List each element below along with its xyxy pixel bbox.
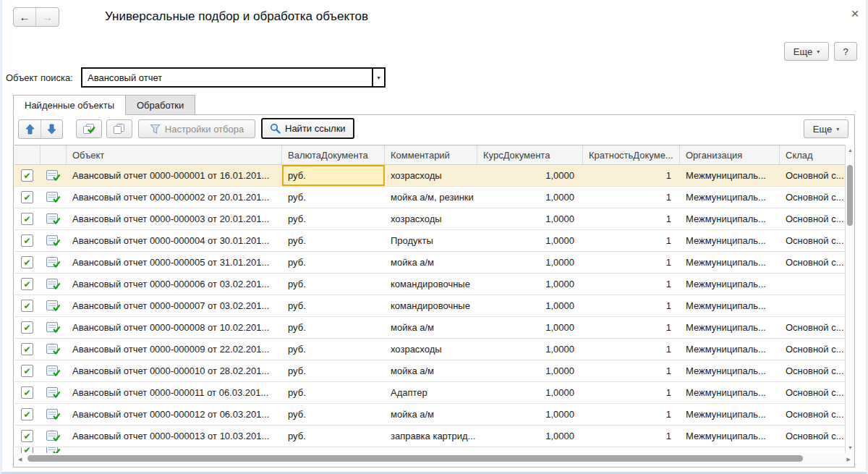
- combobox-dropdown-button[interactable]: ▾: [372, 69, 384, 86]
- table-row[interactable]: ✔Авансовый отчет 0000-000001 от 16.01.20…: [14, 165, 845, 187]
- cell-multiplicity[interactable]: 1: [583, 295, 680, 316]
- more-button-top[interactable]: Еще ▾: [784, 42, 829, 61]
- cell-object[interactable]: Авансовый отчет 0000-000010 от 28.02.201…: [67, 360, 282, 381]
- table-row[interactable]: ✔Авансовый отчет 0000-000004 от 30.01.20…: [14, 230, 845, 252]
- cell-warehouse[interactable]: Основной с...: [780, 404, 845, 425]
- row-checkbox[interactable]: ✔: [21, 191, 33, 203]
- vertical-scrollbar-thumb[interactable]: [847, 165, 853, 226]
- cell-warehouse[interactable]: Основной с...: [780, 252, 845, 273]
- cell-currency[interactable]: руб.: [282, 187, 385, 208]
- cell-warehouse[interactable]: Основной с...: [780, 382, 845, 403]
- table-row[interactable]: ✔Авансовый отчет 0000-000005 от 31.01.20…: [14, 252, 845, 274]
- scroll-right-icon[interactable]: ▶: [847, 457, 851, 462]
- cell-rate[interactable]: 1,0000: [477, 274, 583, 295]
- cell-multiplicity[interactable]: 1: [583, 339, 680, 360]
- cell-rate[interactable]: 1,0000: [477, 230, 583, 251]
- cell-warehouse[interactable]: [780, 274, 845, 295]
- cell-icon[interactable]: [41, 165, 67, 186]
- cell-icon[interactable]: [41, 274, 67, 295]
- cell-rate[interactable]: 1,0000: [477, 165, 583, 186]
- cell-object[interactable]: Авансовый отчет 0000-000002 от 20.01.201…: [67, 187, 282, 208]
- cell-comment[interactable]: мойка а/м: [385, 252, 477, 273]
- column-header-rate[interactable]: КурсДокумента: [477, 145, 583, 164]
- move-down-button[interactable]: [41, 120, 62, 138]
- cell-warehouse[interactable]: Основной с...: [780, 426, 845, 447]
- row-checkbox[interactable]: ✔: [21, 447, 33, 453]
- cell-organization[interactable]: Межмуниципаль...: [680, 317, 780, 338]
- cell-checkbox[interactable]: ✔: [14, 317, 41, 338]
- cell-organization[interactable]: Межмуниципаль...: [680, 252, 780, 273]
- cell-rate[interactable]: 1,0000: [477, 295, 583, 316]
- table-row[interactable]: ✔Авансовый отчет 0000-000007 от 03.02.20…: [14, 295, 845, 317]
- cell-comment[interactable]: командировочные: [385, 295, 477, 316]
- cell-checkbox[interactable]: ✔: [14, 382, 41, 403]
- row-checkbox[interactable]: ✔: [21, 169, 33, 182]
- cell-checkbox[interactable]: ✔: [14, 230, 41, 251]
- cell-checkbox[interactable]: ✔: [14, 295, 41, 316]
- row-checkbox[interactable]: ✔: [21, 321, 33, 334]
- cell-checkbox[interactable]: ✔: [14, 360, 41, 381]
- cell-comment[interactable]: [385, 447, 477, 453]
- cell-icon[interactable]: [41, 404, 67, 425]
- column-header-icon[interactable]: [41, 145, 67, 164]
- column-header-checkbox[interactable]: [14, 145, 41, 164]
- cell-currency[interactable]: руб.: [282, 426, 385, 447]
- cell-multiplicity[interactable]: [583, 447, 680, 453]
- cell-object[interactable]: [67, 447, 282, 453]
- table-row[interactable]: ✔Авансовый отчет 0000-000010 от 28.02.20…: [14, 360, 845, 382]
- row-checkbox[interactable]: ✔: [21, 365, 33, 377]
- cell-currency[interactable]: руб.: [282, 360, 385, 381]
- cell-icon[interactable]: [41, 360, 67, 381]
- table-row[interactable]: ✔Авансовый отчет 0000-000008 от 10.02.20…: [14, 317, 845, 339]
- cell-organization[interactable]: Межмуниципаль...: [680, 404, 780, 425]
- cell-currency[interactable]: руб.: [282, 317, 385, 338]
- cell-checkbox[interactable]: ✔: [14, 165, 41, 186]
- column-header-object[interactable]: Объект: [67, 145, 282, 164]
- cell-checkbox[interactable]: ✔: [14, 426, 41, 447]
- cell-currency[interactable]: [282, 447, 385, 453]
- cell-warehouse[interactable]: [780, 295, 845, 316]
- cell-icon[interactable]: [41, 252, 67, 273]
- cell-currency[interactable]: руб.: [282, 339, 385, 360]
- cell-currency[interactable]: руб.: [282, 404, 385, 425]
- cell-comment[interactable]: мойка а/м, резинки: [385, 187, 477, 208]
- cell-comment[interactable]: хозрасходы: [385, 339, 477, 360]
- cell-comment[interactable]: заправка картрид...: [385, 426, 477, 447]
- cell-object[interactable]: Авансовый отчет 0000-000009 от 22.02.201…: [67, 339, 282, 360]
- check-all-button[interactable]: [76, 119, 102, 138]
- cell-warehouse[interactable]: Основной с...: [780, 208, 845, 229]
- cell-multiplicity[interactable]: 1: [583, 382, 680, 403]
- row-checkbox[interactable]: ✔: [21, 408, 33, 420]
- cell-rate[interactable]: 1,0000: [477, 404, 583, 425]
- column-header-comment[interactable]: Комментарий: [385, 145, 477, 164]
- cell-multiplicity[interactable]: 1: [583, 230, 680, 251]
- cell-currency[interactable]: руб.: [282, 165, 385, 186]
- cell-comment[interactable]: хозрасходы: [385, 208, 477, 229]
- cell-warehouse[interactable]: Основной с...: [780, 360, 845, 381]
- cell-icon[interactable]: [41, 208, 67, 229]
- cell-multiplicity[interactable]: 1: [583, 252, 680, 273]
- cell-checkbox[interactable]: ✔: [14, 339, 41, 360]
- cell-icon[interactable]: [41, 295, 67, 316]
- cell-icon[interactable]: [41, 426, 67, 447]
- forward-button[interactable]: →: [36, 8, 59, 26]
- more-button-table[interactable]: Еще ▾: [804, 119, 848, 138]
- cell-object[interactable]: Авансовый отчет 0000-000003 от 20.01.201…: [67, 208, 282, 229]
- scroll-left-icon[interactable]: ◀: [18, 457, 22, 462]
- cell-currency[interactable]: руб.: [282, 295, 385, 316]
- cell-multiplicity[interactable]: 1: [583, 165, 680, 186]
- cell-rate[interactable]: 1,0000: [477, 252, 583, 273]
- cell-icon[interactable]: [41, 339, 67, 360]
- cell-organization[interactable]: [680, 447, 780, 453]
- cell-warehouse[interactable]: Основной с...: [780, 317, 845, 338]
- cell-rate[interactable]: 1,0000: [477, 382, 583, 403]
- cell-organization[interactable]: Межмуниципаль...: [680, 339, 780, 360]
- cell-object[interactable]: Авансовый отчет 0000-000005 от 31.01.201…: [67, 252, 282, 273]
- cell-rate[interactable]: 1,0000: [477, 317, 583, 338]
- cell-organization[interactable]: Межмуниципаль...: [680, 230, 780, 251]
- cell-rate[interactable]: 1,0000: [477, 208, 583, 229]
- cell-rate[interactable]: [477, 447, 583, 453]
- table-row[interactable]: ✔Авансовый отчет 0000-000006 от 03.02.20…: [14, 274, 845, 295]
- cell-warehouse[interactable]: Основной с...: [780, 339, 845, 360]
- cell-icon[interactable]: [41, 447, 67, 453]
